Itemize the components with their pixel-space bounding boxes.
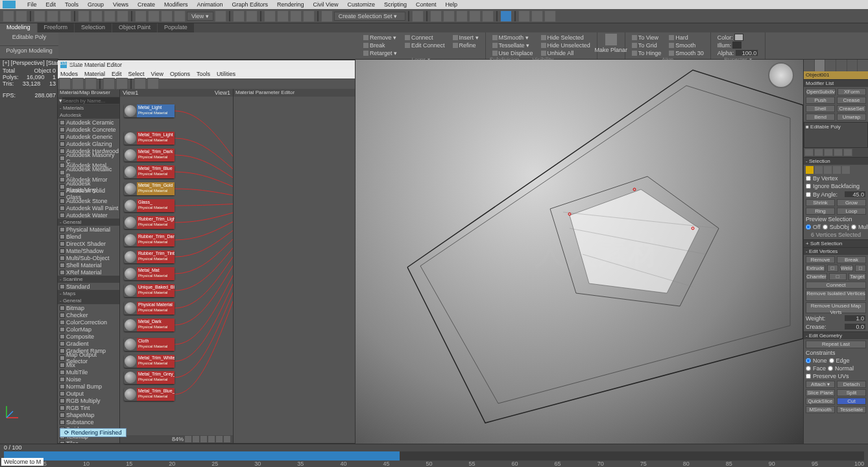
color-well[interactable]	[734, 34, 743, 41]
by-angle-spinner[interactable]: 45.0	[844, 191, 866, 198]
weight-spinner[interactable]: 1.0	[844, 315, 866, 322]
select-rect-button[interactable]	[104, 10, 115, 22]
shrink-button[interactable]: Shrink	[806, 199, 835, 206]
edit-connect-button[interactable]: Edit Connect	[402, 42, 448, 49]
bind-button[interactable]	[60, 10, 71, 22]
perspective-viewport[interactable]: 人人素材	[356, 60, 803, 444]
material-list-item[interactable]: Autodesk Generic	[58, 133, 119, 140]
material-list-item[interactable]: Autodesk Glazing	[58, 140, 119, 147]
modifier-quick-button[interactable]: XForm	[838, 88, 866, 95]
edit-geom-head[interactable]: - Edit Geometry	[804, 331, 868, 339]
material-list-item[interactable]: Substance	[58, 418, 119, 425]
material-node[interactable]: Metal_Trim_White_...Physical Material	[124, 355, 175, 368]
placement-button[interactable]	[174, 10, 186, 22]
redo-button[interactable]	[16, 10, 27, 22]
angle-snap-button[interactable]	[277, 10, 289, 22]
retarget-button[interactable]: Retarget ▾	[361, 49, 400, 56]
menu-create[interactable]: Create	[138, 1, 155, 8]
material-list-item[interactable]: Tiles	[58, 440, 119, 443]
mat-hide-button[interactable]	[134, 78, 146, 90]
smooth-button[interactable]: Smooth	[666, 42, 706, 49]
material-list-item[interactable]: Noise	[58, 376, 119, 383]
material-list-item[interactable]: Normal Bump	[58, 383, 119, 390]
pan-icon[interactable]	[208, 436, 215, 442]
material-node[interactable]: Rubber_Trim_TintPhysical Material	[124, 250, 175, 263]
category-head[interactable]: - Scanline	[58, 276, 119, 283]
material-list-item[interactable]: Autodesk Wall Paint	[58, 204, 119, 211]
render-button[interactable]	[544, 10, 556, 22]
material-node[interactable]: Metal_Trim_BluePhysical Material	[124, 165, 175, 178]
snap-button[interactable]	[264, 10, 276, 22]
menu-group[interactable]: Group	[88, 1, 104, 8]
refine-button[interactable]: Refine	[450, 42, 481, 49]
mat-layout-button[interactable]	[103, 78, 115, 90]
material-list-item[interactable]: Matte/Shadow	[58, 247, 119, 254]
modifier-list-dropdown[interactable]: Modifier List	[804, 79, 868, 87]
material-editor-titlebar[interactable]: Slate Material Editor	[58, 60, 355, 69]
unique-icon[interactable]	[824, 149, 833, 156]
to-view-button[interactable]: To View	[629, 34, 664, 41]
menu-civil-view[interactable]: Civil View	[313, 1, 339, 8]
material-list-item[interactable]: ColorCorrection	[58, 318, 119, 326]
menu-rendering[interactable]: Rendering	[277, 1, 304, 8]
ribbon-tab-populate[interactable]: Populate	[158, 23, 194, 32]
motion-tab-icon[interactable]	[836, 60, 847, 71]
mat-menu-options[interactable]: Options	[170, 71, 190, 77]
menu-customize[interactable]: Customize	[347, 1, 375, 8]
mat-menu-edit[interactable]: Edit	[112, 71, 122, 77]
align-button[interactable]	[430, 10, 442, 22]
manip-button[interactable]	[233, 10, 245, 22]
maxscript-prompt[interactable]: Welcome to M	[1, 458, 43, 466]
break-vert-button[interactable]: Break	[837, 256, 866, 263]
mat-delete-button[interactable]	[85, 78, 97, 90]
named-sel-set-dropdown[interactable]: Create Selection Set ▾	[334, 12, 405, 21]
percent-snap-button[interactable]	[290, 10, 302, 22]
cut-button[interactable]: Cut	[837, 398, 866, 405]
show-end-icon[interactable]	[814, 149, 823, 156]
slice-plane-button[interactable]: Slice Plane	[806, 389, 835, 396]
material-node[interactable]: ClothPhysical Material	[124, 338, 175, 351]
ribbon-tab-modeling[interactable]: Modeling	[0, 23, 37, 32]
remove-vert-button[interactable]: Remove	[806, 256, 835, 263]
by-angle-check[interactable]: By Angle:	[806, 191, 838, 198]
material-list-item[interactable]: MultiTile	[58, 368, 119, 376]
modifier-stack[interactable]: ■ Editable Poly	[804, 122, 868, 148]
modifier-quick-button[interactable]: Bend	[806, 114, 835, 121]
layer-button[interactable]	[443, 10, 455, 22]
mat-show-button[interactable]	[116, 78, 128, 90]
rm-unused-verts-button[interactable]: Remove Unused Map Verts	[806, 302, 866, 313]
select-name-button[interactable]	[91, 10, 102, 22]
grow-button[interactable]: Grow	[837, 199, 866, 206]
spinner-snap-button[interactable]	[303, 10, 315, 22]
menu-edit[interactable]: Edit	[46, 1, 56, 8]
mat-menu-modes[interactable]: Modes	[60, 71, 78, 77]
smooth30-button[interactable]: Smooth 30	[666, 49, 706, 56]
pivot-center-button[interactable]	[215, 10, 226, 22]
material-list-item[interactable]: RGB Tint	[58, 404, 119, 411]
material-list-item[interactable]: RGB Multiply	[58, 397, 119, 404]
material-list-item[interactable]: Autodesk Water	[58, 211, 119, 219]
keyboard-shortcut-button[interactable]	[246, 10, 258, 22]
mat-menu-view[interactable]: View	[151, 71, 163, 77]
by-vertex-check[interactable]: By Vertex	[806, 175, 866, 182]
preview-multi-radio[interactable]: Multi	[851, 224, 868, 230]
mat-menu-material[interactable]: Material	[84, 71, 105, 77]
ring-button[interactable]: Ring	[806, 208, 835, 215]
msmooth-geom-button[interactable]: MSmooth	[806, 406, 835, 413]
use-displace-button[interactable]: Use Displace	[490, 49, 536, 56]
node-view-tab[interactable]: View1	[123, 90, 138, 96]
create-tab-icon[interactable]	[804, 60, 814, 71]
zoom-region-icon[interactable]	[216, 436, 223, 442]
menu-file[interactable]: File	[27, 1, 37, 8]
menu-help[interactable]: Help	[445, 1, 457, 8]
time-slider[interactable]	[4, 451, 864, 461]
configure-icon[interactable]	[843, 149, 852, 156]
target-weld-button[interactable]: Target Weld	[849, 273, 866, 280]
menu-modifiers[interactable]: Modifiers	[164, 1, 188, 8]
connect-vert-button[interactable]: Connect	[806, 281, 866, 289]
material-node[interactable]: Metal_LightPhysical Material	[124, 104, 175, 117]
scale-button[interactable]	[161, 10, 173, 22]
constraint-edge-radio[interactable]: Edge	[829, 357, 850, 364]
material-list-item[interactable]: Bitmap	[58, 304, 119, 311]
category-head[interactable]: - Maps	[58, 290, 119, 297]
